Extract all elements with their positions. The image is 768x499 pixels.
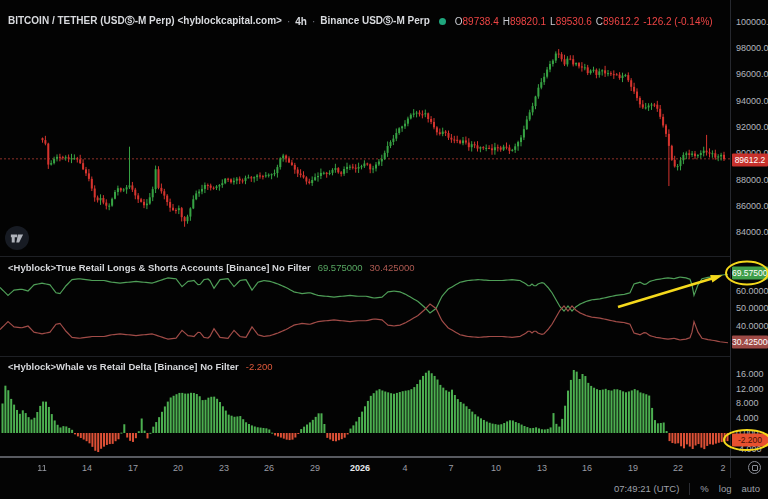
whale-axis-tick: 12.000: [736, 384, 764, 394]
symbol-legend: BITCOIN / TETHER (USDⓈ-M Perp) <hyblockc…: [8, 14, 713, 28]
price-axis-tick: 86000.0: [736, 201, 768, 211]
whale-indicator-title[interactable]: <Hyblock>Whale vs Retail Delta [Binance]…: [8, 361, 239, 372]
whale-axis-tick: 8.000: [736, 398, 759, 408]
time-axis-tick: 16: [582, 463, 592, 473]
exchange-label[interactable]: Binance USDⓈ-M Perp: [320, 14, 429, 28]
price-axis-tick: 96000.0: [736, 69, 768, 79]
time-axis-tick: 26: [264, 463, 274, 473]
legend-separator: ·: [287, 16, 290, 27]
retail-indicator-title[interactable]: <Hyblock>True Retail Longs & Shorts Acco…: [8, 262, 311, 273]
price-axis-tick: 98000.0: [736, 43, 768, 53]
retail-longs-tag: 69.575000: [732, 267, 768, 280]
retail-longs-value: 69.575000: [318, 262, 363, 273]
time-axis-tick: 22: [673, 463, 683, 473]
time-axis[interactable]: 1114172023262920264710131619222: [0, 458, 768, 478]
price-axis-tick: 100000.0: [736, 17, 768, 27]
legend-separator2: ·: [312, 16, 315, 27]
symbol-title[interactable]: BITCOIN / TETHER (USDⓈ-M Perp) <hyblockc…: [8, 14, 282, 28]
market-status-dot-icon[interactable]: [439, 18, 446, 25]
retail-axis-tick: 40.000000: [736, 321, 768, 331]
price-axis-tick: 84000.0: [736, 227, 768, 237]
percent-scale-button[interactable]: %: [700, 483, 708, 494]
bottom-toolbar: 07:49:21 (UTC) % log auto: [0, 478, 768, 499]
log-scale-button[interactable]: log: [719, 483, 732, 494]
price-axis-tick: 88000.0: [736, 175, 768, 185]
scroll-to-realtime-icon[interactable]: [748, 461, 761, 474]
time-axis-tick: 23: [219, 463, 229, 473]
open-value: 89738.4: [463, 16, 499, 27]
clock-utc-button[interactable]: 07:49:21 (UTC): [614, 483, 679, 494]
footer-separator: [689, 483, 690, 495]
tradingview-logo-icon: [5, 226, 29, 250]
price-axis-tick: 94000.0: [736, 96, 768, 106]
time-axis-tick: 14: [82, 463, 92, 473]
time-axis-tick: 20: [173, 463, 183, 473]
time-axis-tick: 4: [402, 463, 407, 473]
time-axis-tick: 13: [537, 463, 547, 473]
low-value: 89530.6: [556, 16, 592, 27]
retail-indicator-legend: <Hyblock>True Retail Longs & Shorts Acco…: [8, 262, 415, 273]
ohlc-values: O89738.4 H89820.1 L89530.6 C89612.2 -126…: [455, 16, 713, 27]
interval-label[interactable]: 4h: [295, 16, 307, 27]
whale-indicator-legend: <Hyblock>Whale vs Retail Delta [Binance]…: [8, 361, 273, 372]
retail-axis-tick: 60.000000: [736, 286, 768, 296]
high-value: 89820.1: [510, 16, 546, 27]
chart-canvas[interactable]: [0, 0, 730, 456]
price-axis[interactable]: 100000.098000.096000.094000.092000.09000…: [730, 0, 768, 456]
time-axis-tick: 11: [37, 463, 46, 473]
whale-delta-tag: -2.200: [732, 434, 768, 447]
time-axis-tick: 7: [448, 463, 453, 473]
change-value: -126.2 (-0.14%): [643, 16, 712, 27]
time-axis-tick: 29: [310, 463, 320, 473]
tradingview-chart-window: BITCOIN / TETHER (USDⓈ-M Perp) <hyblockc…: [0, 0, 768, 499]
retail-shorts-value: 30.425000: [370, 262, 415, 273]
time-axis-corner-border: [730, 458, 731, 478]
retail-shorts-tag: 30.425000: [732, 336, 768, 349]
last-price-tag: 89612.2: [732, 154, 768, 167]
pane-divider-2[interactable]: [0, 356, 768, 357]
whale-axis-tick: 4.000: [736, 413, 759, 423]
close-value: 89612.2: [603, 16, 639, 27]
pane-divider-1[interactable]: [0, 256, 768, 257]
time-axis-tick: 2026: [350, 463, 370, 473]
retail-axis-tick: 50.000000: [736, 303, 768, 313]
time-axis-tick: 17: [128, 463, 138, 473]
time-axis-tick: 2: [720, 463, 725, 473]
time-axis-tick: 19: [628, 463, 638, 473]
whale-axis-tick: 16.000: [736, 369, 764, 379]
auto-scale-button[interactable]: auto: [742, 483, 761, 494]
price-axis-tick: 92000.0: [736, 122, 768, 132]
whale-delta-value: -2.200: [246, 361, 273, 372]
time-axis-tick: 10: [491, 463, 501, 473]
